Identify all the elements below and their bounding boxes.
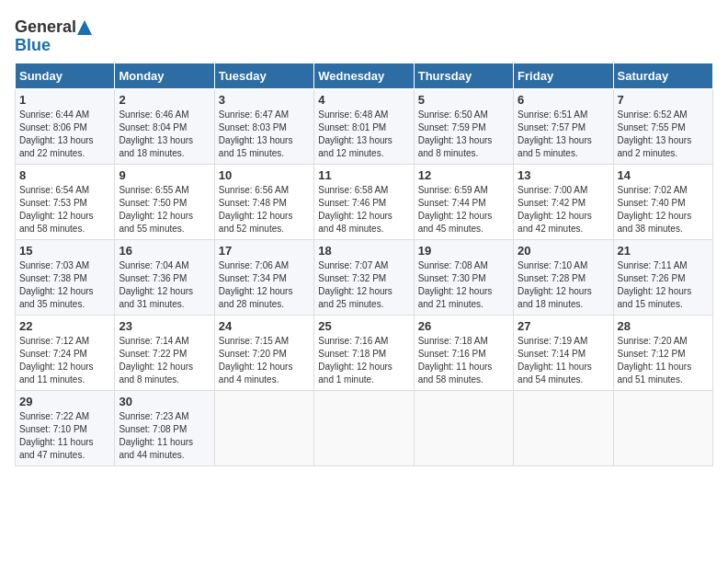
daylight-label: Daylight: 13 hours and 15 minutes. [219,135,293,158]
day-number: 9 [119,168,210,182]
daylight-label: Daylight: 13 hours and 2 minutes. [618,135,692,158]
day-number: 23 [119,319,210,333]
sunset-label: Sunset: 7:34 PM [219,273,287,283]
sunrise-label: Sunrise: 7:19 AM [518,336,587,346]
sunrise-label: Sunrise: 7:11 AM [618,260,688,270]
sunset-label: Sunset: 7:16 PM [418,349,486,359]
day-number: 19 [418,244,509,258]
sunrise-label: Sunrise: 7:02 AM [618,185,688,195]
day-number: 17 [219,244,310,258]
calendar-table: SundayMondayTuesdayWednesdayThursdayFrid… [15,63,713,466]
day-info: Sunrise: 7:19 AM Sunset: 7:14 PM Dayligh… [518,335,609,386]
calendar-cell [214,390,313,465]
daylight-label: Daylight: 12 hours and 11 minutes. [19,362,94,385]
day-info: Sunrise: 7:06 AM Sunset: 7:34 PM Dayligh… [219,259,310,311]
daylight-label: Daylight: 12 hours and 55 minutes. [119,211,193,234]
daylight-label: Daylight: 12 hours and 45 minutes. [418,211,493,234]
sunset-label: Sunset: 7:55 PM [618,122,686,132]
svg-marker-0 [77,20,92,35]
calendar-cell: 16 Sunrise: 7:04 AM Sunset: 7:36 PM Dayl… [115,239,214,315]
sunset-label: Sunset: 7:30 PM [418,273,486,283]
sunrise-label: Sunrise: 6:50 AM [418,109,488,120]
daylight-label: Daylight: 12 hours and 1 minute. [318,362,392,385]
daylight-label: Daylight: 13 hours and 12 minutes. [318,135,392,158]
calendar-cell: 6 Sunrise: 6:51 AM Sunset: 7:57 PM Dayli… [514,88,613,164]
calendar-cell: 25 Sunrise: 7:16 AM Sunset: 7:18 PM Dayl… [314,315,414,390]
calendar-cell: 10 Sunrise: 6:56 AM Sunset: 7:48 PM Dayl… [214,164,313,239]
sunrise-label: Sunrise: 6:47 AM [219,109,289,120]
sunset-label: Sunset: 8:03 PM [219,122,287,132]
daylight-label: Daylight: 11 hours and 58 minutes. [418,362,493,385]
daylight-label: Daylight: 13 hours and 22 minutes. [19,135,94,158]
calendar-week-4: 22 Sunrise: 7:12 AM Sunset: 7:24 PM Dayl… [16,315,713,390]
sunrise-label: Sunrise: 7:18 AM [418,336,488,346]
day-info: Sunrise: 6:54 AM Sunset: 7:53 PM Dayligh… [19,184,110,236]
sunset-label: Sunset: 7:46 PM [318,198,386,208]
col-header-monday: Monday [115,63,214,88]
sunset-label: Sunset: 7:59 PM [418,122,486,132]
daylight-label: Daylight: 12 hours and 31 minutes. [119,286,193,309]
sunrise-label: Sunrise: 7:10 AM [518,260,587,270]
day-number: 13 [518,168,609,182]
sunset-label: Sunset: 7:48 PM [219,198,287,208]
calendar-header-row: SundayMondayTuesdayWednesdayThursdayFrid… [16,63,713,88]
sunset-label: Sunset: 8:01 PM [318,122,386,132]
sunset-label: Sunset: 7:18 PM [318,349,386,359]
daylight-label: Daylight: 11 hours and 47 minutes. [19,437,94,460]
calendar-cell: 30 Sunrise: 7:23 AM Sunset: 7:08 PM Dayl… [115,390,214,465]
calendar-cell: 8 Sunrise: 6:54 AM Sunset: 7:53 PM Dayli… [16,164,115,239]
day-number: 24 [219,319,310,333]
calendar-cell: 22 Sunrise: 7:12 AM Sunset: 7:24 PM Dayl… [16,315,115,390]
calendar-week-1: 1 Sunrise: 6:44 AM Sunset: 8:06 PM Dayli… [16,88,713,164]
sunrise-label: Sunrise: 7:14 AM [119,336,188,346]
day-info: Sunrise: 7:23 AM Sunset: 7:08 PM Dayligh… [119,410,210,462]
sunset-label: Sunset: 7:53 PM [19,198,87,208]
sunset-label: Sunset: 8:06 PM [19,122,87,132]
sunrise-label: Sunrise: 7:23 AM [119,411,188,421]
calendar-cell: 29 Sunrise: 7:22 AM Sunset: 7:10 PM Dayl… [16,390,115,465]
day-info: Sunrise: 6:58 AM Sunset: 7:46 PM Dayligh… [318,184,409,236]
daylight-label: Daylight: 12 hours and 21 minutes. [418,286,493,309]
calendar-cell: 1 Sunrise: 6:44 AM Sunset: 8:06 PM Dayli… [16,88,115,164]
col-header-sunday: Sunday [16,63,115,88]
day-number: 8 [19,168,110,182]
day-number: 20 [518,244,609,258]
day-info: Sunrise: 6:55 AM Sunset: 7:50 PM Dayligh… [119,184,210,236]
logo: General Blue [15,15,93,55]
calendar-cell: 19 Sunrise: 7:08 AM Sunset: 7:30 PM Dayl… [414,239,513,315]
day-info: Sunrise: 7:02 AM Sunset: 7:40 PM Dayligh… [618,184,709,236]
day-info: Sunrise: 7:18 AM Sunset: 7:16 PM Dayligh… [418,335,509,386]
calendar-cell: 3 Sunrise: 6:47 AM Sunset: 8:03 PM Dayli… [214,88,313,164]
day-number: 2 [119,93,210,107]
daylight-label: Daylight: 12 hours and 25 minutes. [318,286,392,309]
day-info: Sunrise: 6:59 AM Sunset: 7:44 PM Dayligh… [418,184,509,236]
day-number: 22 [19,319,110,333]
calendar-cell: 24 Sunrise: 7:15 AM Sunset: 7:20 PM Dayl… [214,315,313,390]
daylight-label: Daylight: 12 hours and 15 minutes. [618,286,692,309]
calendar-cell: 26 Sunrise: 7:18 AM Sunset: 7:16 PM Dayl… [414,315,513,390]
calendar-cell: 9 Sunrise: 6:55 AM Sunset: 7:50 PM Dayli… [115,164,214,239]
sunrise-label: Sunrise: 7:06 AM [219,260,289,270]
calendar-cell: 2 Sunrise: 6:46 AM Sunset: 8:04 PM Dayli… [115,88,214,164]
sunset-label: Sunset: 7:24 PM [19,349,87,359]
day-number: 29 [19,395,110,408]
calendar-week-5: 29 Sunrise: 7:22 AM Sunset: 7:10 PM Dayl… [16,390,713,465]
daylight-label: Daylight: 12 hours and 48 minutes. [318,211,392,234]
col-header-wednesday: Wednesday [314,63,414,88]
day-number: 7 [618,93,709,107]
daylight-label: Daylight: 13 hours and 8 minutes. [418,135,493,158]
sunset-label: Sunset: 7:42 PM [518,198,586,208]
sunset-label: Sunset: 8:04 PM [119,122,187,132]
calendar-cell: 17 Sunrise: 7:06 AM Sunset: 7:34 PM Dayl… [214,239,313,315]
sunrise-label: Sunrise: 6:52 AM [618,109,688,120]
daylight-label: Daylight: 12 hours and 35 minutes. [19,286,94,309]
day-number: 12 [418,168,509,182]
day-info: Sunrise: 6:50 AM Sunset: 7:59 PM Dayligh… [418,109,509,160]
day-number: 15 [19,244,110,258]
day-number: 21 [618,244,709,258]
day-number: 28 [618,319,709,333]
calendar-cell [613,390,712,465]
sunrise-label: Sunrise: 7:07 AM [318,260,388,270]
day-info: Sunrise: 7:10 AM Sunset: 7:28 PM Dayligh… [518,259,609,311]
calendar-cell: 21 Sunrise: 7:11 AM Sunset: 7:26 PM Dayl… [613,239,712,315]
